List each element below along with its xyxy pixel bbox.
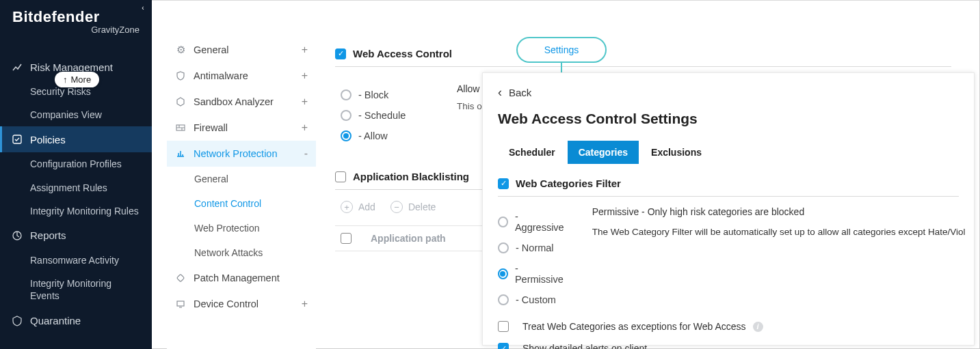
submenu-general[interactable]: General <box>167 167 316 191</box>
filter-level-group: - Aggressive - Normal - Permissive - Cus… <box>498 206 565 310</box>
radio-icon <box>341 89 352 100</box>
menu-general[interactable]: ⚙ General + <box>167 37 316 63</box>
wac-section-header: ✓ Web Access Control <box>335 44 951 67</box>
nav-ransomware-activity[interactable]: Ransomware Activity <box>0 249 152 272</box>
antimalware-icon <box>175 70 186 81</box>
svg-rect-4 <box>177 301 184 306</box>
add-label: Add <box>358 201 375 212</box>
delete-label: Delete <box>408 201 436 212</box>
expand-icon[interactable]: + <box>302 96 308 108</box>
radio-label: - Custom <box>516 294 556 305</box>
allow-heading: Allow <box>457 83 482 94</box>
add-button[interactable]: +Add <box>341 201 375 213</box>
wac-checkbox[interactable]: ✓ <box>335 48 346 59</box>
menu-label: General <box>194 44 229 55</box>
level-normal[interactable]: - Normal <box>498 238 565 258</box>
menu-label: Antimalware <box>194 70 248 81</box>
policy-menu: ⚙ General + Antimalware + Sandbox Analyz… <box>167 37 316 349</box>
nav-policies[interactable]: Policies <box>0 126 152 152</box>
delete-button[interactable]: −Delete <box>390 201 436 213</box>
back-button[interactable]: ‹ Back <box>498 85 959 100</box>
device-icon <box>175 298 186 309</box>
allow-desc: This o <box>457 101 482 111</box>
radio-block[interactable]: - Block <box>341 85 457 105</box>
menu-firewall[interactable]: Firewall + <box>167 115 316 141</box>
menu-network-protection[interactable]: Network Protection - <box>167 141 316 167</box>
more-pill[interactable]: ↑ More <box>55 72 99 87</box>
patch-icon <box>175 273 186 283</box>
level-custom[interactable]: - Custom <box>498 290 565 310</box>
gear-icon: ⚙ <box>175 44 186 55</box>
radio-allow[interactable]: - Allow <box>341 126 457 146</box>
nav-integrity-events[interactable]: Integrity Monitoring Events <box>0 272 152 307</box>
web-categories-filter-checkbox[interactable]: ✓ <box>498 178 509 189</box>
radio-icon <box>498 217 508 227</box>
nav-assignment-rules[interactable]: Assignment Rules <box>0 176 152 199</box>
nav-reports[interactable]: Reports <box>0 223 152 249</box>
radio-label: - Aggressive <box>515 211 565 233</box>
expand-icon[interactable]: + <box>302 44 308 56</box>
treat-as-exceptions-row[interactable]: Treat Web Categories as exceptions for W… <box>498 321 959 332</box>
nav-companies-view[interactable]: Companies View <box>0 103 152 126</box>
expand-icon[interactable]: + <box>302 70 308 82</box>
tab-exclusions[interactable]: Exclusions <box>640 141 713 164</box>
level-aggressive[interactable]: - Aggressive <box>498 206 565 238</box>
brand-product: GravityZone <box>12 25 140 35</box>
nav-quarantine[interactable]: Quarantine <box>0 308 152 334</box>
menu-label: Patch Management <box>194 273 280 283</box>
nav-config-profiles[interactable]: Configuration Profiles <box>0 152 152 176</box>
expand-icon[interactable]: + <box>302 298 308 310</box>
nav-label: Policies <box>30 134 66 145</box>
radio-label: - Schedule <box>358 110 406 121</box>
expand-icon[interactable]: + <box>302 122 308 134</box>
radio-icon <box>498 294 509 305</box>
logo-area: Bitdefender GravityZone <box>0 0 152 42</box>
radio-schedule[interactable]: - Schedule <box>341 105 457 126</box>
sidebar-collapse-button[interactable]: ‹ <box>138 4 148 14</box>
submenu-network-attacks[interactable]: Network Attacks <box>167 240 316 265</box>
menu-patch-management[interactable]: Patch Management <box>167 265 316 291</box>
menu-label: Network Protection <box>194 148 278 159</box>
submenu-web-protection[interactable]: Web Protection <box>167 216 316 240</box>
network-icon <box>175 148 186 159</box>
submenu-content-control[interactable]: Content Control <box>167 191 316 216</box>
radio-label: - Allow <box>358 130 388 141</box>
nav-label: Reports <box>30 229 66 241</box>
svg-rect-3 <box>176 274 184 281</box>
minus-icon: − <box>390 201 403 213</box>
arrow-up-icon: ↑ <box>63 74 68 85</box>
radio-label: - Normal <box>516 242 554 253</box>
radio-icon <box>498 242 509 253</box>
sandbox-icon <box>175 96 186 107</box>
select-all-checkbox[interactable] <box>341 233 352 244</box>
popover-tabs: Scheduler Categories Exclusions <box>498 141 959 164</box>
more-label: More <box>71 74 92 85</box>
menu-device-control[interactable]: Device Control + <box>167 291 316 317</box>
menu-label: Sandbox Analyzer <box>194 96 274 107</box>
treat-exceptions-label: Treat Web Categories as exceptions for W… <box>522 321 746 332</box>
show-alerts-checkbox[interactable]: ✓ <box>498 343 509 349</box>
app-blacklist-title: Application Blacklisting <box>353 171 469 182</box>
popover-title: Web Access Control Settings <box>498 111 959 127</box>
nav-integrity-rules[interactable]: Integrity Monitoring Rules <box>0 199 152 223</box>
app-blacklist-checkbox[interactable] <box>335 171 346 182</box>
level-permissive[interactable]: - Permissive <box>498 258 565 290</box>
menu-sandbox[interactable]: Sandbox Analyzer + <box>167 89 316 115</box>
treat-exceptions-checkbox[interactable] <box>498 321 509 332</box>
info-icon[interactable]: i <box>753 322 763 332</box>
tab-categories[interactable]: Categories <box>568 141 639 164</box>
settings-link[interactable]: Settings <box>544 44 579 55</box>
show-alerts-label: Show detailed alerts on client <box>522 343 647 349</box>
radio-icon <box>341 110 352 121</box>
filter-desc-line2: The Web Category Filter will be automati… <box>592 227 966 237</box>
collapse-icon[interactable]: - <box>304 148 308 160</box>
show-alerts-row[interactable]: ✓ Show detailed alerts on client <box>498 343 959 349</box>
menu-antimalware[interactable]: Antimalware + <box>167 63 316 89</box>
nav-label: Risk Management <box>30 61 113 73</box>
tab-scheduler[interactable]: Scheduler <box>498 141 566 164</box>
quarantine-icon <box>11 315 23 327</box>
nav-label: Quarantine <box>30 315 81 326</box>
wac-title: Web Access Control <box>353 48 452 59</box>
plus-icon: + <box>341 201 353 213</box>
menu-label: Firewall <box>194 122 228 133</box>
